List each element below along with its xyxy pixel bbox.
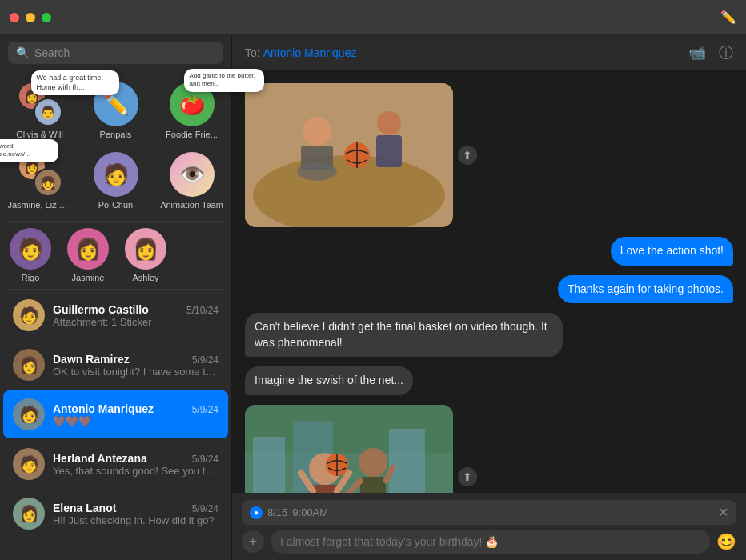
pinned-item-animation-team[interactable]: 👁️ Animation Team bbox=[155, 147, 228, 214]
conv-item-antonio[interactable]: 🧑 Antonio Manriquez 5/9/24 🤎🤎🤎 bbox=[3, 390, 228, 438]
input-row: + 😊 bbox=[242, 530, 736, 554]
traffic-lights bbox=[10, 13, 51, 22]
indicator-dot: ● bbox=[250, 506, 263, 519]
svg-rect-12 bbox=[253, 437, 285, 493]
video-call-icon[interactable]: 📹 bbox=[688, 44, 706, 62]
add-button[interactable]: + bbox=[242, 530, 264, 553]
conversation-list: 🧑 Guillermo Castillo 5/10/24 Attachment:… bbox=[0, 290, 231, 560]
svg-point-2 bbox=[303, 117, 331, 146]
search-input[interactable] bbox=[34, 46, 215, 59]
bubble-basket: Can't believe I didn't get the final bas… bbox=[245, 313, 563, 357]
suggested-rigo[interactable]: 🧑 Rigo bbox=[6, 228, 54, 282]
sug-name-jasmine: Jasmine bbox=[72, 273, 105, 282]
conv-info-elena: Elena Lanot 5/9/24 Hi! Just checking in.… bbox=[53, 502, 219, 526]
photo-block-1: ⬆ bbox=[245, 83, 453, 227]
conv-date-guillermo: 5/10/24 bbox=[186, 305, 219, 316]
pinned-name-foodie: Foodie Frie... bbox=[166, 130, 218, 139]
conv-item-guillermo[interactable]: 🧑 Guillermo Castillo 5/10/24 Attachment:… bbox=[3, 291, 228, 339]
msg-row-sent-2: Thanks again for taking photos. bbox=[245, 275, 733, 304]
close-indicator-button[interactable]: ✕ bbox=[718, 505, 728, 520]
msg-row-received-2: Imagine the swish of the net... bbox=[245, 366, 733, 395]
conv-preview-herland: Yes, that sounds good! See you then. bbox=[53, 465, 219, 477]
conv-name-dawn: Dawn Ramirez bbox=[53, 353, 130, 366]
search-icon: 🔍 bbox=[16, 46, 30, 59]
share-button-1[interactable]: ⬆ bbox=[458, 146, 477, 165]
conv-item-dawn[interactable]: 👩 Dawn Ramirez 5/9/24 OK to visit tonigh… bbox=[3, 341, 228, 389]
svg-point-7 bbox=[377, 111, 401, 135]
bubble-swish: Imagine the swish of the net... bbox=[245, 366, 413, 395]
message-input[interactable] bbox=[280, 535, 700, 548]
conv-date-dawn: 5/9/24 bbox=[192, 354, 219, 366]
conv-date-antonio: 5/9/24 bbox=[192, 404, 219, 415]
conv-info-dawn: Dawn Ramirez 5/9/24 OK to visit tonight?… bbox=[53, 353, 219, 378]
pinned-item-foodie[interactable]: 🍅 Add garlic to the butter, and then... … bbox=[155, 77, 228, 144]
app-body: 🔍 👩 👨 Olivia & Will We had a great time.… bbox=[0, 35, 746, 560]
message-input-wrapper bbox=[271, 530, 710, 554]
messages: ⬆ Love the action shot! Thanks again for… bbox=[232, 70, 746, 493]
preview-foodie: Add garlic to the butter, and then... bbox=[184, 69, 264, 92]
conv-name-elena: Elena Lanot bbox=[53, 502, 116, 514]
share-button-2[interactable]: ⬆ bbox=[458, 467, 477, 486]
pinned-name-po-chun: Po-Chun bbox=[98, 200, 133, 210]
conv-preview-elena: Hi! Just checking in. How did it go? bbox=[53, 514, 219, 526]
suggested-jasmine[interactable]: 👩 Jasmine bbox=[64, 228, 112, 282]
chat-header-actions: 📹 ⓘ bbox=[688, 43, 733, 62]
close-button[interactable] bbox=[10, 13, 19, 22]
compose-icon[interactable]: ✏️ bbox=[720, 10, 736, 26]
pinned-name-animation-team: Animation Team bbox=[160, 200, 223, 210]
pinned-item-po-chun[interactable]: 🧑 Po-Chun bbox=[79, 147, 152, 214]
svg-rect-14 bbox=[389, 429, 425, 493]
svg-point-22 bbox=[359, 448, 387, 477]
chat-header: To: Antonio Manriquez 📹 ⓘ bbox=[232, 35, 746, 70]
bubble-thanks-photos: Thanks again for taking photos. bbox=[558, 275, 733, 304]
basketball-svg-2 bbox=[245, 405, 453, 493]
conv-name-antonio: Antonio Manriquez bbox=[53, 402, 154, 415]
emoji-button[interactable]: 😊 bbox=[716, 532, 736, 551]
pinned-name-jasmine-liz: Jasmine, Liz &... bbox=[8, 200, 72, 210]
chat-area: To: Antonio Manriquez 📹 ⓘ bbox=[232, 35, 746, 560]
svg-rect-8 bbox=[376, 135, 402, 167]
conv-name-herland: Herland Antezana bbox=[53, 452, 147, 465]
conv-preview-guillermo: Attachment: 1 Sticker bbox=[53, 316, 219, 328]
svg-point-4 bbox=[297, 162, 337, 181]
chat-header-to-label: To: bbox=[245, 46, 260, 59]
conv-info-herland: Herland Antezana 5/9/24 Yes, that sounds… bbox=[53, 452, 219, 477]
conv-info-antonio: Antonio Manriquez 5/9/24 🤎🤎🤎 bbox=[53, 402, 219, 427]
search-bar[interactable]: 🔍 bbox=[8, 42, 223, 64]
msg-row-photo2: ⬆ bbox=[245, 405, 733, 493]
pinned-name-olivia-will: Olivia & Will bbox=[16, 130, 63, 139]
msg-row-received-1: Can't believe I didn't get the final bas… bbox=[245, 313, 733, 357]
pinned-name-penpals: Penpals bbox=[100, 130, 132, 139]
indicator: ● 8/15 9:00AM bbox=[250, 506, 328, 519]
conv-name-guillermo: Guillermo Castillo bbox=[53, 303, 149, 316]
svg-rect-23 bbox=[360, 477, 386, 493]
conv-item-elena[interactable]: 👩 Elena Lanot 5/9/24 Hi! Just checking i… bbox=[3, 490, 228, 538]
sidebar: 🔍 👩 👨 Olivia & Will We had a great time.… bbox=[0, 35, 232, 560]
indicator-time: 8/15 bbox=[267, 506, 287, 518]
input-area: ● 8/15 9:00AM ✕ + 😊 bbox=[232, 493, 746, 560]
suggested-ashley[interactable]: 👩 Ashley bbox=[122, 228, 170, 282]
pinned-grid: 👩 👨 Olivia & Will We had a great time. H… bbox=[0, 70, 231, 221]
chat-recipient-name[interactable]: Antonio Manriquez bbox=[263, 46, 357, 59]
msg-row-photo1: ⬆ bbox=[245, 83, 733, 227]
pinned-item-jasmine-liz[interactable]: 👩 👧 15x crossword: https://apple.news/..… bbox=[3, 147, 76, 214]
conv-info-guillermo: Guillermo Castillo 5/10/24 Attachment: 1… bbox=[53, 303, 219, 328]
info-icon[interactable]: ⓘ bbox=[719, 43, 733, 62]
msg-row-sent-1: Love the action shot! bbox=[245, 237, 733, 266]
conv-date-herland: 5/9/24 bbox=[192, 454, 219, 465]
photo-block-2: ⬆ bbox=[245, 405, 453, 493]
conv-item-herland[interactable]: 🧑 Herland Antezana 5/9/24 Yes, that soun… bbox=[3, 440, 228, 488]
photo-basketball-1 bbox=[245, 83, 453, 227]
photo-basketball-2 bbox=[245, 405, 453, 493]
title-bar: ✏️ bbox=[0, 0, 746, 35]
fullscreen-button[interactable] bbox=[42, 13, 51, 22]
bubble-love-action: Love the action shot! bbox=[611, 237, 733, 266]
conv-preview-dawn: OK to visit tonight? I have some things … bbox=[53, 366, 219, 378]
conv-date-elena: 5/9/24 bbox=[192, 503, 219, 514]
indicator-time-right: 9:00AM bbox=[292, 506, 328, 518]
suggested-row: 🧑 Rigo 👩 Jasmine 👩 Ashley bbox=[0, 222, 231, 289]
preview-jasmine-liz: 15x crossword: https://apple.news/... bbox=[0, 139, 58, 162]
minimize-button[interactable] bbox=[26, 13, 35, 22]
pinned-item-olivia-will[interactable]: 👩 👨 Olivia & Will We had a great time. H… bbox=[3, 77, 76, 144]
input-indicator-bar: ● 8/15 9:00AM ✕ bbox=[242, 500, 736, 525]
